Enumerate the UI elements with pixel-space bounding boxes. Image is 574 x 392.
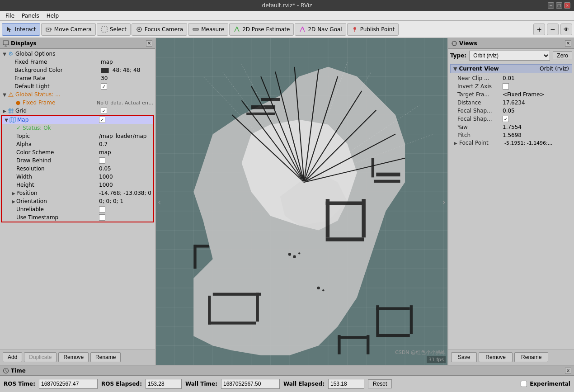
map-draw-behind-value: [99, 157, 153, 164]
focal-shape-fixed-label: Focal Shap...: [457, 116, 503, 122]
map-row[interactable]: ▼ Map: [2, 116, 153, 124]
focus-camera-label: Focus Camera: [145, 26, 183, 33]
near-clip-label: Near Clip ...: [457, 75, 503, 81]
rename-view-button[interactable]: Rename: [514, 352, 548, 362]
global-status-fixed-frame-row[interactable]: ● Fixed Frame No tf data. Actual err...: [0, 99, 155, 107]
wall-time-input[interactable]: [221, 379, 280, 389]
map-checkbox[interactable]: [99, 117, 105, 123]
view-arrow-right[interactable]: ›: [442, 197, 446, 206]
view-arrow-left[interactable]: ‹: [158, 197, 161, 206]
background-color-row[interactable]: Background Color 48; 48; 48: [0, 66, 155, 74]
focal-shape-fixed-checkbox[interactable]: ✓: [503, 116, 509, 122]
global-status-fixed-frame-value: No tf data. Actual err...: [97, 100, 155, 106]
map-orientation-row[interactable]: ▶ Orientation 0; 0; 0; 1: [2, 197, 153, 205]
focal-point-row[interactable]: ▶ Focal Point -5.1951; -1.1496;...: [450, 139, 572, 146]
map-width-row[interactable]: Width 1000: [2, 173, 153, 181]
time-close-button[interactable]: ×: [565, 368, 571, 374]
grid-checkbox[interactable]: [101, 108, 107, 114]
menu-file[interactable]: File: [2, 12, 18, 20]
wall-elapsed-input[interactable]: [328, 379, 364, 389]
3d-view[interactable]: ‹ › 31 fps CSDN @红色小小蚂蚱: [156, 38, 447, 365]
remove-display-button-bottom[interactable]: Remove: [58, 352, 89, 362]
move-camera-button[interactable]: Move Camera: [41, 23, 96, 36]
background-color-label: Background Color: [14, 67, 101, 73]
map-width-value: 1000: [99, 174, 153, 180]
svg-rect-76: [376, 307, 409, 310]
minimize-button[interactable]: −: [548, 2, 554, 9]
duplicate-button[interactable]: Duplicate: [24, 352, 56, 362]
default-light-label: Default Light: [14, 83, 101, 90]
add-display-button[interactable]: Add: [3, 352, 22, 362]
map-draw-behind-row[interactable]: Draw Behind: [2, 156, 153, 165]
svg-rect-66: [208, 296, 211, 325]
focal-shape-size-row[interactable]: Focal Shap... 0.05: [450, 107, 572, 115]
views-type-select[interactable]: Orbit (rviz): [469, 51, 550, 61]
select-button[interactable]: Select: [97, 23, 131, 36]
time-bar-header: Time ×: [0, 366, 574, 376]
map-timestamp-checkbox[interactable]: [99, 214, 105, 221]
views-zero-button[interactable]: Zero: [553, 51, 572, 60]
ros-elapsed-input[interactable]: [146, 379, 182, 389]
menu-help[interactable]: Help: [43, 12, 62, 20]
displays-close-button[interactable]: ×: [146, 40, 152, 47]
pitch-row[interactable]: Pitch 1.5698: [450, 131, 572, 139]
publish-point-button[interactable]: Publish Point: [347, 23, 399, 36]
default-light-checkbox[interactable]: [101, 83, 107, 90]
map-topic-row[interactable]: Topic /map_loader/map: [2, 132, 153, 140]
map-position-row[interactable]: ▶ Position -14.768; -13.038; 0: [2, 189, 153, 197]
fixed-frame-value: map: [101, 59, 155, 65]
add-display-button[interactable]: +: [533, 24, 545, 35]
2d-nav-button[interactable]: 2D Nav Goal: [295, 23, 346, 36]
time-bar: Time × ROS Time: ROS Elapsed: Wall Time:…: [0, 365, 574, 392]
map-color-scheme-row[interactable]: Color Scheme map: [2, 148, 153, 156]
invert-z-row[interactable]: Invert Z Axis: [450, 82, 572, 90]
views-close-button[interactable]: ×: [565, 40, 571, 47]
rename-button[interactable]: Rename: [90, 352, 121, 362]
focal-shape-fixed-row[interactable]: Focal Shap... ✓: [450, 115, 572, 123]
map-unreliable-checkbox[interactable]: [99, 206, 105, 213]
map-unreliable-label: Unreliable: [16, 206, 99, 213]
remove-display-button[interactable]: −: [547, 24, 559, 35]
camera-view-button[interactable]: 👁: [560, 24, 572, 35]
wall-time-label: Wall Time:: [185, 381, 217, 387]
measure-button[interactable]: Measure: [188, 23, 228, 36]
global-status-row[interactable]: ▼ ⚠ Global Status: ...: [0, 90, 155, 99]
svg-point-6: [353, 27, 356, 30]
map-label: Map: [17, 117, 99, 123]
map-timestamp-row[interactable]: Use Timestamp: [2, 213, 153, 222]
focus-camera-button[interactable]: Focus Camera: [132, 23, 187, 36]
svg-rect-78: [410, 305, 413, 334]
menu-panels[interactable]: Panels: [18, 12, 43, 20]
frame-rate-row[interactable]: Frame Rate 30: [0, 74, 155, 82]
global-options-row[interactable]: ▼ ⚙ Global Options: [0, 50, 155, 58]
invert-z-checkbox[interactable]: [503, 83, 509, 90]
map-alpha-row[interactable]: Alpha 0.7: [2, 140, 153, 148]
save-view-button[interactable]: Save: [451, 352, 477, 362]
experimental-checkbox[interactable]: [521, 381, 527, 387]
target-frame-row[interactable]: Target Fra... <Fixed Frame>: [450, 90, 572, 99]
map-orientation-label: Orientation: [16, 198, 99, 204]
near-clip-row[interactable]: Near Clip ... 0.01: [450, 74, 572, 82]
maximize-button[interactable]: □: [556, 2, 562, 9]
grid-row[interactable]: ▶ Grid: [0, 107, 155, 115]
global-status-label: Global Status: ...: [15, 91, 155, 98]
ruler-icon: [192, 26, 199, 33]
ros-time-input[interactable]: [39, 379, 98, 389]
toolbar-right: + − 👁: [533, 24, 572, 35]
map-height-row[interactable]: Height 1000: [2, 181, 153, 189]
2d-pose-button[interactable]: 2D Pose Estimate: [229, 23, 294, 36]
distance-row[interactable]: Distance 17.6234: [450, 99, 572, 107]
map-status-row[interactable]: ✓ Status: Ok: [2, 124, 153, 132]
fixed-frame-row[interactable]: Fixed Frame map: [0, 58, 155, 66]
map-draw-behind-checkbox[interactable]: [99, 157, 105, 164]
move-camera-label: Move Camera: [54, 26, 92, 33]
interact-button[interactable]: Interact: [2, 23, 40, 36]
reset-time-button[interactable]: Reset: [368, 379, 392, 388]
map-unreliable-row[interactable]: Unreliable: [2, 205, 153, 213]
map-resolution-row[interactable]: Resolution 0.05: [2, 165, 153, 173]
close-button[interactable]: ×: [564, 2, 570, 9]
map-resolution-label: Resolution: [16, 165, 99, 172]
default-light-row[interactable]: Default Light: [0, 82, 155, 90]
remove-view-button[interactable]: Remove: [479, 352, 513, 362]
yaw-row[interactable]: Yaw 1.7554: [450, 123, 572, 131]
